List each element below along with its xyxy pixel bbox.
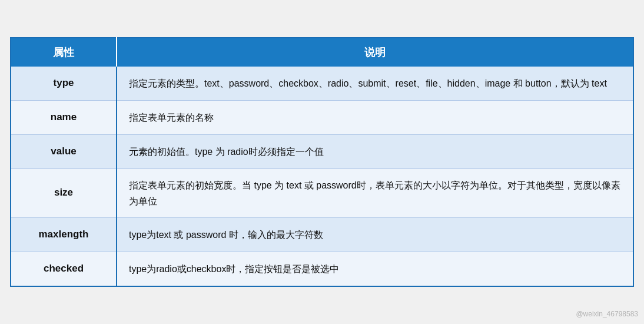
table-body: type指定元素的类型。text、password、checkbox、radio… <box>11 67 633 286</box>
table-row: size指定表单元素的初始宽度。当 type 为 text 或 password… <box>11 168 633 217</box>
table-row: name指定表单元素的名称 <box>11 100 633 134</box>
attributes-table: 属性 说明 type指定元素的类型。text、password、checkbox… <box>10 37 634 287</box>
table-row: checkedtype为radio或checkbox时，指定按钮是否是被选中 <box>11 252 633 286</box>
attr-cell: checked <box>11 252 117 286</box>
desc-cell: 元素的初始值。type 为 radio时必须指定一个值 <box>117 134 633 168</box>
attr-header: 属性 <box>11 38 117 67</box>
attr-cell: size <box>11 168 117 217</box>
table-header-row: 属性 说明 <box>11 38 633 67</box>
desc-cell: type为radio或checkbox时，指定按钮是否是被选中 <box>117 252 633 286</box>
desc-cell: type为text 或 password 时，输入的最大字符数 <box>117 218 633 252</box>
attr-cell: value <box>11 134 117 168</box>
desc-cell: 指定表单元素的初始宽度。当 type 为 text 或 password时，表单… <box>117 168 633 217</box>
attr-cell: name <box>11 100 117 134</box>
table-row: type指定元素的类型。text、password、checkbox、radio… <box>11 67 633 100</box>
watermark: @weixin_46798583 <box>576 310 638 318</box>
desc-cell: 指定元素的类型。text、password、checkbox、radio、sub… <box>117 67 633 100</box>
attr-cell: type <box>11 67 117 100</box>
table-row: maxlengthtype为text 或 password 时，输入的最大字符数 <box>11 218 633 252</box>
table-row: value元素的初始值。type 为 radio时必须指定一个值 <box>11 134 633 168</box>
desc-header: 说明 <box>117 38 633 67</box>
desc-cell: 指定表单元素的名称 <box>117 100 633 134</box>
attr-cell: maxlength <box>11 218 117 252</box>
